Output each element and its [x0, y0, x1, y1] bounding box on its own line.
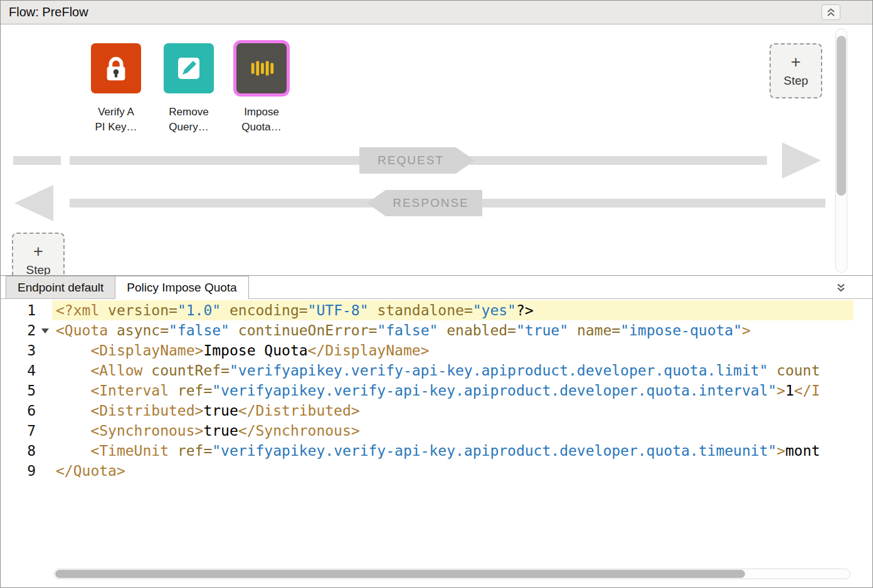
line-number: 4	[1, 360, 52, 381]
line-number: 3	[1, 340, 52, 360]
editor-scrollbar-thumb[interactable]	[55, 570, 745, 578]
step-button-label: Step	[783, 74, 808, 88]
line-number: 8	[1, 441, 52, 461]
code-line[interactable]: 8 <TimeUnit ref="verifyapikey.verify-api…	[1, 441, 872, 461]
response-arrowhead-icon	[14, 185, 53, 221]
code-editor[interactable]: 1<?xml version="1.0" encoding="UTF-8" st…	[1, 299, 872, 587]
code-line[interactable]: 5 <Interval ref="verifyapikey.verify-api…	[1, 381, 872, 401]
code-line[interactable]: 1<?xml version="1.0" encoding="UTF-8" st…	[1, 300, 872, 320]
line-number: 1	[1, 300, 52, 320]
line-number: 6	[1, 401, 52, 421]
line-number: 5	[1, 381, 52, 401]
line-number: 2	[1, 320, 52, 340]
policy-label-line: Impose	[244, 106, 279, 118]
verify-api-key-tile[interactable]	[91, 43, 141, 93]
response-label: RESPONSE	[367, 190, 482, 216]
code-line[interactable]: 3 <DisplayName>Impose Quota</DisplayName…	[1, 340, 872, 360]
tab-policy-impose-quota[interactable]: Policy Impose Quota	[115, 276, 248, 299]
flow-title: Flow: PreFlow	[9, 5, 88, 19]
editor-horizontal-scrollbar[interactable]	[53, 569, 850, 579]
code-text[interactable]: <Synchronous>true</Synchronous>	[52, 421, 854, 441]
remove-query-tile[interactable]	[164, 43, 214, 93]
policy-label-line: Verify A	[98, 106, 134, 118]
tab-endpoint-default[interactable]: Endpoint default	[6, 276, 115, 298]
step-button-label: Step	[26, 263, 50, 276]
code-line[interactable]: 6 <Distributed>true</Distributed>	[1, 401, 872, 421]
editor-tabbar: Endpoint default Policy Impose Quota	[1, 276, 872, 299]
add-step-button-request[interactable]: + Step	[770, 43, 822, 98]
collapse-flow-button[interactable]	[822, 4, 840, 20]
line-number: 7	[1, 421, 52, 441]
request-label: REQUEST	[359, 147, 475, 174]
code-text[interactable]: <DisplayName>Impose Quota</DisplayName>	[52, 340, 854, 360]
code-text[interactable]: <Distributed>true</Distributed>	[52, 401, 854, 421]
policy-label: Impose Quota…	[241, 105, 281, 135]
app-window: Flow: PreFlow Verify A	[0, 0, 873, 588]
policy-label: Remove Query…	[169, 105, 208, 135]
code-line[interactable]: 9</Quota>	[1, 461, 872, 481]
collapse-editor-button[interactable]	[836, 276, 846, 298]
line-number: 9	[1, 461, 52, 481]
request-flow-line-left	[13, 156, 61, 165]
code-line[interactable]: 7 <Synchronous>true</Synchronous>	[1, 421, 872, 441]
flow-scrollbar-thumb[interactable]	[837, 36, 846, 196]
policy-label: Verify A PI Key…	[95, 105, 137, 135]
add-step-button-response[interactable]: + Step	[12, 233, 65, 276]
policy-verify-api-key[interactable]: Verify A PI Key…	[87, 43, 145, 135]
code-lines: 1<?xml version="1.0" encoding="UTF-8" st…	[1, 299, 872, 481]
policy-impose-quota[interactable]: Impose Quota…	[233, 43, 290, 135]
double-chevron-up-icon	[826, 8, 836, 17]
code-text[interactable]: <Allow countRef="verifyapikey.verify-api…	[52, 360, 854, 381]
code-text[interactable]: </Quota>	[52, 461, 854, 481]
flow-vertical-scrollbar[interactable]	[835, 28, 847, 273]
policy-label-line: Query…	[169, 121, 208, 133]
policy-list: Verify A PI Key… Remove Query…	[87, 43, 290, 135]
request-arrowhead-icon	[782, 142, 821, 179]
plus-icon: +	[791, 54, 801, 71]
code-text[interactable]: <?xml version="1.0" encoding="UTF-8" sta…	[52, 300, 854, 320]
flow-canvas[interactable]: Verify A PI Key… Remove Query…	[1, 24, 872, 276]
policy-remove-query[interactable]: Remove Query…	[160, 43, 218, 135]
impose-quota-tile[interactable]	[236, 43, 287, 93]
policy-label-line: PI Key…	[95, 121, 137, 133]
pencil-icon	[174, 53, 204, 83]
code-text[interactable]: <Interval ref="verifyapikey.verify-api-k…	[52, 381, 854, 401]
fold-caret-icon[interactable]	[41, 328, 49, 333]
plus-icon: +	[33, 243, 43, 260]
code-text[interactable]: <Quota async="false" continueOnError="fa…	[52, 320, 854, 340]
code-line[interactable]: 2<Quota async="false" continueOnError="f…	[1, 320, 872, 340]
code-text[interactable]: <TimeUnit ref="verifyapikey.verify-api-k…	[52, 441, 854, 461]
flow-header: Flow: PreFlow	[1, 1, 872, 24]
policy-label-line: Remove	[169, 106, 208, 118]
lock-icon	[102, 54, 130, 83]
code-line[interactable]: 4 <Allow countRef="verifyapikey.verify-a…	[1, 360, 872, 381]
quota-bars-icon	[247, 54, 276, 83]
double-chevron-down-icon	[836, 283, 846, 292]
policy-label-line: Quota…	[241, 121, 281, 133]
